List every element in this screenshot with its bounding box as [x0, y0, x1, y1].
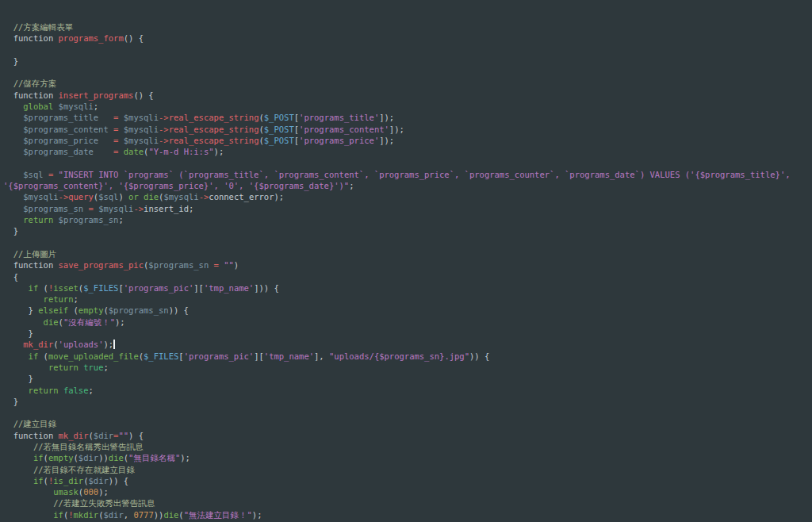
code-token-const: true	[83, 363, 103, 372]
code-line[interactable]: return;	[3, 294, 812, 305]
code-token-plain: function	[3, 90, 59, 100]
code-line[interactable]: $programs_price = $mysqli->real_escape_s…	[3, 135, 812, 146]
code-line[interactable]: if(empty($dir))die("無目錄名稱");	[3, 452, 812, 463]
code-line[interactable]	[3, 44, 812, 56]
code-token-string: "無目錄名稱"	[128, 453, 180, 463]
code-token-plain	[3, 510, 53, 520]
code-token-keyword: empty	[79, 305, 104, 315]
code-line[interactable]: $programs_content = $mysqli->real_escape…	[3, 124, 812, 135]
code-token-keyword: return	[29, 386, 59, 395]
code-token-plain: ))	[98, 453, 109, 463]
code-token-plain: )) {	[169, 305, 189, 315]
code-token-string: '{$programs_content}', '{$programs_price…	[3, 181, 349, 190]
code-token-plain: insert_id;	[144, 204, 193, 213]
code-line[interactable]: '{$programs_content}', '{$programs_price…	[3, 180, 812, 191]
code-line[interactable]: //儲存方案	[3, 78, 812, 89]
code-line[interactable]: $mysqli->query($sql) or die($mysqli->con…	[3, 191, 812, 202]
code-token-plain	[3, 215, 23, 225]
code-line[interactable]: return false;	[3, 385, 812, 396]
code-token-var: $dir	[79, 453, 98, 463]
code-line[interactable]: die("沒有編號！");	[3, 317, 812, 328]
code-line[interactable]: //上傳圖片	[3, 248, 812, 259]
code-token-plain: ) {	[128, 431, 144, 440]
code-line[interactable]: function insert_programs() {	[3, 90, 812, 101]
code-token-string: ""	[224, 260, 234, 270]
code-token-keyword: umask	[53, 487, 79, 497]
code-line[interactable]	[3, 67, 812, 78]
code-token-plain: ;	[118, 215, 123, 225]
code-line[interactable]: return true;	[3, 362, 812, 373]
code-token-func: save_programs_pic	[59, 260, 144, 270]
code-token-plain: );	[214, 147, 224, 156]
code-token-op: ->	[159, 113, 169, 122]
code-token-plain: ]);	[379, 113, 394, 122]
code-token-superglobal: $_FILES	[144, 351, 178, 361]
code-line[interactable]: if(!mkdir($dir, 0777))die("無法建立目錄！");	[3, 509, 812, 520]
code-line[interactable]: function programs_form() {	[3, 33, 812, 44]
code-token-plain: ][	[254, 351, 264, 361]
code-token-keyword: or	[128, 192, 139, 202]
code-line[interactable]: mk_dir('uploads');	[3, 339, 812, 350]
code-token-var: $programs_sn	[109, 305, 169, 315]
code-line[interactable]: umask(000);	[3, 486, 812, 497]
code-line[interactable]: //若建立失敗秀出警告訊息	[3, 497, 812, 509]
code-line[interactable]: if (!isset($_FILES['programs_pic']['tmp_…	[3, 282, 812, 294]
code-token-plain: }	[3, 328, 33, 338]
code-token-comment: //儲存方案	[3, 79, 56, 88]
code-token-plain: (	[38, 351, 48, 361]
code-line[interactable]	[3, 158, 812, 169]
code-line[interactable]: return $programs_sn;	[3, 214, 812, 225]
code-token-number: 000	[83, 487, 98, 497]
code-token-string: 'tmp_name'	[204, 283, 254, 293]
code-token-func: real_escape_string	[169, 136, 259, 145]
code-token-plain: (	[68, 305, 79, 315]
code-line[interactable]: {	[3, 271, 812, 282]
code-token-keyword: die	[109, 453, 124, 463]
code-token-var: $sql	[98, 192, 118, 202]
code-line[interactable]: $programs_date = date("Y-m-d H:i:s");	[3, 146, 812, 157]
code-line[interactable]: }	[3, 56, 812, 67]
code-line[interactable]: }	[3, 396, 812, 407]
code-line[interactable]: }	[3, 225, 812, 236]
code-line[interactable]: }	[3, 373, 812, 384]
code-line[interactable]: if (move_uploaded_file($_FILES['programs…	[3, 351, 812, 362]
code-line[interactable]: function save_programs_pic($programs_sn …	[3, 259, 812, 271]
code-token-keyword: return	[48, 363, 79, 372]
code-editor[interactable]: //方案編輯表單 function programs_form() { } //…	[0, 0, 812, 522]
code-token-var: $programs_price	[23, 136, 98, 145]
code-line[interactable]: function mk_dir($dir="") {	[3, 430, 812, 441]
code-token-plain: ;	[88, 386, 93, 395]
code-line[interactable]: //若目錄不存在就建立目錄	[3, 464, 812, 475]
code-token-string: "uploads/{$programs_sn}.jpg"	[329, 351, 469, 361]
code-token-func: mk_dir	[59, 431, 89, 440]
code-token-plain	[3, 294, 44, 304]
code-token-plain: function	[3, 260, 59, 270]
code-token-string: 'programs_content'	[299, 125, 389, 134]
code-area[interactable]: //方案編輯表單 function programs_form() { } //…	[3, 21, 812, 522]
code-line[interactable]: //建立目錄	[3, 418, 812, 429]
code-token-plain: ;	[103, 363, 108, 372]
code-line[interactable]: $programs_title = $mysqli->real_escape_s…	[3, 112, 812, 123]
code-token-var: $mysqli	[124, 136, 159, 145]
code-line[interactable]: $programs_sn = $mysqli->insert_id;	[3, 203, 812, 214]
code-line[interactable]: if(!is_dir($dir)) {	[3, 475, 812, 486]
code-line[interactable]: }	[3, 328, 812, 339]
code-line[interactable]: //若無目錄名稱秀出警告訊息	[3, 441, 812, 452]
code-line[interactable]: //方案編輯表單	[3, 21, 812, 33]
code-token-var: $programs_sn	[23, 204, 83, 213]
code-token-string: 'programs_price'	[299, 136, 379, 145]
code-token-plain	[3, 386, 29, 395]
code-token-plain: }	[3, 226, 18, 236]
code-token-string: ""	[118, 431, 128, 440]
code-token-op: ->	[159, 125, 169, 134]
code-line[interactable]: $sql = "INSERT INTO `programs` (`program…	[3, 169, 812, 180]
code-line[interactable]	[3, 237, 812, 248]
code-line[interactable]	[3, 407, 812, 418]
code-line[interactable]: global $mysqli;	[3, 101, 812, 112]
code-token-comment: //若建立失敗秀出警告訊息	[3, 498, 155, 508]
code-token-plain: );	[115, 317, 125, 327]
code-line[interactable]: } elseif (empty($programs_sn)) {	[3, 305, 812, 316]
code-token-const: false	[63, 386, 89, 395]
code-token-keyword: return	[44, 294, 74, 304]
code-token-plain: {	[3, 272, 18, 282]
